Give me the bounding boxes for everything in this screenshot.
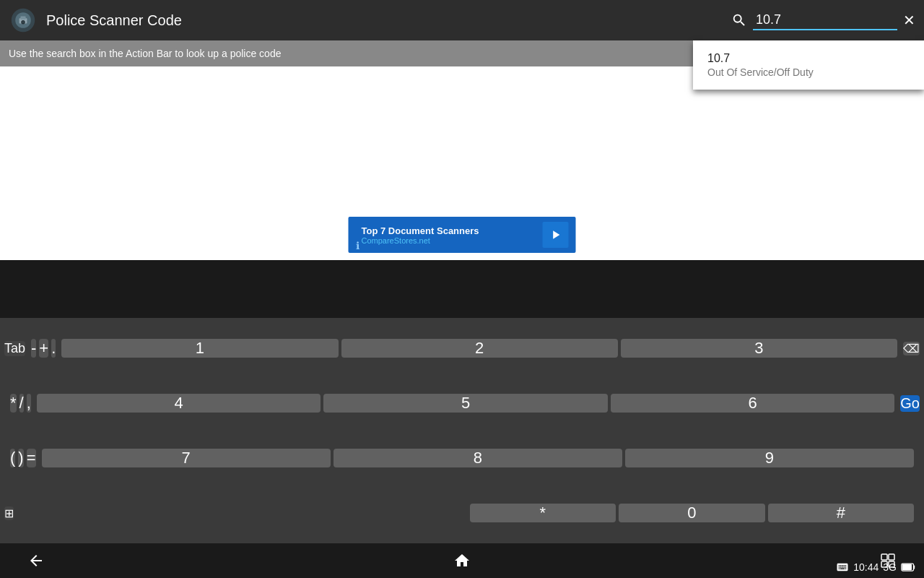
back-button[interactable] xyxy=(14,546,58,575)
svg-rect-3 xyxy=(20,17,25,20)
key-8[interactable]: 8 xyxy=(334,449,622,467)
slash-key[interactable]: / xyxy=(19,394,24,413)
equals-key[interactable]: = xyxy=(27,449,36,467)
nav-bar: 10:44 3G xyxy=(0,543,924,578)
key-1[interactable]: 1 xyxy=(61,339,338,358)
time-display: 10:44 xyxy=(853,561,879,573)
keyboard-row-2: * / , 4 5 6 Go xyxy=(0,376,924,431)
ad-banner[interactable]: ℹ Top 7 Document Scanners CompareStores.… xyxy=(349,217,576,253)
keyboard-row-4: ⊞ * 0 # xyxy=(0,486,924,540)
clear-button[interactable]: ✕ xyxy=(903,12,915,29)
symbols-key[interactable]: ⊞ xyxy=(4,506,14,520)
tab-key[interactable]: Tab xyxy=(4,341,25,356)
info-text: Use the search box in the Action Bar to … xyxy=(9,48,281,59)
keyboard-row-1: Tab - + . 1 2 3 ⌫ xyxy=(0,321,924,376)
plus-key[interactable]: + xyxy=(39,339,48,358)
keyboard-content: Tab - + . 1 2 3 ⌫ xyxy=(0,318,924,543)
battery-icon xyxy=(901,562,915,572)
home-button[interactable] xyxy=(440,546,484,575)
status-bar: 10:44 3G xyxy=(836,561,915,574)
keyboard-icon xyxy=(836,561,849,574)
key-4[interactable]: 4 xyxy=(37,394,321,413)
ad-url: CompareStores.net xyxy=(362,236,543,245)
ad-title: Top 7 Document Scanners xyxy=(362,225,543,236)
key-5[interactable]: 5 xyxy=(323,394,608,413)
dot-key[interactable]: . xyxy=(51,339,56,358)
keyboard: Tab - + . 1 2 3 ⌫ xyxy=(0,318,924,578)
key-3[interactable]: 3 xyxy=(621,339,897,358)
result-description: Out Of Service/Off Duty xyxy=(707,66,910,78)
rparen-key[interactable]: ) xyxy=(18,449,23,467)
main-content: ℹ Top 7 Document Scanners CompareStores.… xyxy=(0,66,924,260)
backspace-key[interactable]: ⌫ xyxy=(903,342,920,355)
search-result-item[interactable]: 10.7 Out Of Service/Off Duty xyxy=(693,40,924,90)
key-7[interactable]: 7 xyxy=(42,449,331,467)
svg-rect-6 xyxy=(881,554,887,560)
comma-key[interactable]: , xyxy=(27,394,31,413)
asterisk-key[interactable]: * xyxy=(10,394,17,413)
action-bar: Police Scanner Code ✕ xyxy=(0,0,924,40)
ad-text-area: Top 7 Document Scanners CompareStores.ne… xyxy=(356,225,543,245)
network-indicator: 3G xyxy=(883,561,897,573)
key-hash[interactable]: # xyxy=(768,504,915,522)
svg-point-5 xyxy=(22,21,25,23)
key-6[interactable]: 6 xyxy=(611,394,895,413)
search-input[interactable] xyxy=(753,11,897,30)
ad-info-icon: ℹ xyxy=(356,240,359,251)
app-title: Police Scanner Code xyxy=(46,12,731,29)
key-0[interactable]: 0 xyxy=(619,504,765,522)
ad-arrow-button[interactable] xyxy=(543,222,569,248)
key-2[interactable]: 2 xyxy=(341,339,618,358)
result-code: 10.7 xyxy=(707,52,910,65)
lparen-key[interactable]: ( xyxy=(10,449,15,467)
key-star[interactable]: * xyxy=(470,504,616,522)
svg-rect-12 xyxy=(902,564,912,570)
go-key[interactable]: Go xyxy=(900,395,920,412)
keyboard-row-3: ( ) = 7 8 9 xyxy=(0,431,924,486)
search-icon xyxy=(731,12,747,28)
svg-rect-7 xyxy=(889,554,894,560)
app-icon xyxy=(9,6,38,35)
key-9[interactable]: 9 xyxy=(625,449,914,467)
search-area: ✕ xyxy=(731,11,915,30)
svg-rect-11 xyxy=(914,566,915,569)
minus-key[interactable]: - xyxy=(31,339,36,358)
search-dropdown[interactable]: 10.7 Out Of Service/Off Duty xyxy=(693,40,924,90)
